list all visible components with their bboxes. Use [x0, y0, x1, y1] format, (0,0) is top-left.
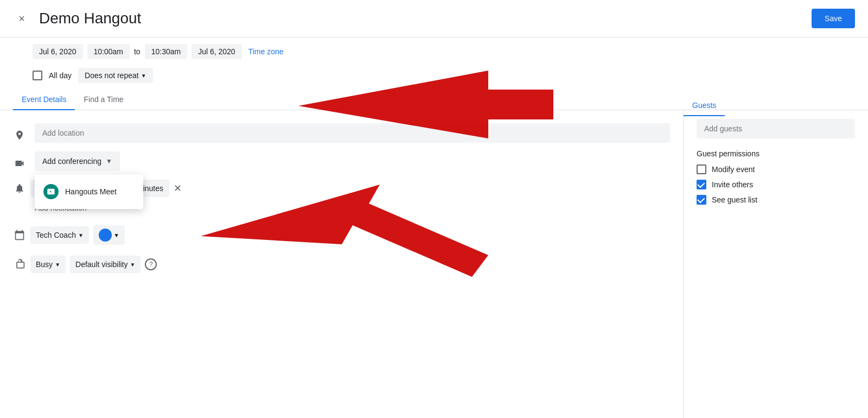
see-guest-list-label: See guest list [712, 195, 757, 204]
color-dot [99, 229, 112, 242]
calendar-select-button[interactable]: Tech Coach ▼ [30, 226, 89, 244]
conferencing-dropdown-arrow: ▼ [106, 157, 112, 165]
calendar-name: Tech Coach [36, 231, 76, 239]
allday-label: All day [49, 71, 72, 80]
status-busy-button[interactable]: Busy ▼ [30, 256, 66, 273]
hangouts-meet-option[interactable]: Hangouts Meet [35, 179, 143, 205]
main-content: Add conferencing ▼ Hangouts Meet [0, 110, 868, 418]
hangouts-meet-label: Hangouts Meet [65, 187, 117, 196]
bell-icon [13, 182, 26, 195]
add-guests-input[interactable] [697, 119, 855, 138]
status-row: Busy ▼ Default visibility ▼ ? [0, 251, 683, 277]
right-panel: Guest permissions Modify event Invite ot… [684, 110, 868, 418]
video-icon [13, 157, 26, 170]
repeat-label: Does not repeat [85, 71, 139, 80]
modify-event-checkbox[interactable] [697, 164, 706, 174]
calendar-dropdown-arrow: ▼ [78, 232, 84, 238]
modify-event-label: Modify event [712, 165, 755, 174]
color-dropdown-arrow: ▼ [114, 232, 119, 238]
briefcase-icon [13, 258, 26, 271]
start-time-button[interactable]: 10:00am [87, 44, 130, 59]
left-panel: Add conferencing ▼ Hangouts Meet [0, 110, 684, 418]
help-icon[interactable]: ? [145, 258, 157, 270]
permission-invite-others: Invite others [697, 180, 855, 189]
color-select-button[interactable]: ▼ [93, 225, 125, 245]
location-row [0, 119, 683, 147]
end-date-button[interactable]: Jul 6, 2020 [192, 44, 242, 59]
start-date-button[interactable]: Jul 6, 2020 [33, 44, 83, 59]
location-input[interactable] [35, 123, 670, 143]
date-time-row: Jul 6, 2020 10:00am to 10:30am Jul 6, 20… [0, 37, 868, 66]
to-label: to [134, 47, 141, 56]
calendar-icon [13, 229, 26, 242]
permission-see-guest-list: See guest list [697, 195, 855, 205]
header: × Demo Hangout Save [0, 0, 868, 37]
close-button[interactable]: × [13, 10, 30, 27]
remove-notification-button[interactable]: ✕ [174, 182, 182, 194]
event-title: Demo Hangout [39, 10, 803, 27]
invite-others-label: Invite others [712, 180, 753, 189]
calendar-row: Tech Coach ▼ ▼ [0, 219, 683, 251]
conferencing-label: Add conferencing [42, 157, 101, 166]
see-guest-list-checkbox[interactable] [697, 195, 706, 205]
add-conferencing-button[interactable]: Add conferencing ▼ [35, 151, 120, 171]
save-button[interactable]: Save [812, 9, 855, 28]
visibility-button[interactable]: Default visibility ▼ [70, 256, 141, 273]
permission-modify-event: Modify event [697, 164, 855, 174]
tab-event-details[interactable]: Event Details [13, 90, 75, 110]
allday-checkbox[interactable] [33, 71, 42, 80]
busy-label: Busy [36, 260, 53, 269]
repeat-dropdown-arrow: ▼ [141, 73, 146, 79]
conferencing-row: Add conferencing ▼ Hangouts Meet [0, 147, 683, 175]
visibility-label: Default visibility [75, 260, 127, 269]
location-icon [13, 129, 26, 142]
guest-permissions-label: Guest permissions [697, 149, 855, 158]
allday-row: All day Does not repeat ▼ [0, 66, 868, 90]
repeat-button[interactable]: Does not repeat ▼ [78, 68, 153, 83]
timezone-button[interactable]: Time zone [246, 44, 286, 59]
end-time-button[interactable]: 10:30am [145, 44, 187, 59]
tab-find-a-time[interactable]: Find a Time [75, 90, 132, 110]
busy-dropdown-arrow: ▼ [55, 262, 60, 268]
conferencing-dropdown: Hangouts Meet [35, 174, 143, 209]
visibility-dropdown-arrow: ▼ [130, 262, 136, 268]
invite-others-checkbox[interactable] [697, 180, 706, 189]
meet-icon [43, 184, 59, 199]
